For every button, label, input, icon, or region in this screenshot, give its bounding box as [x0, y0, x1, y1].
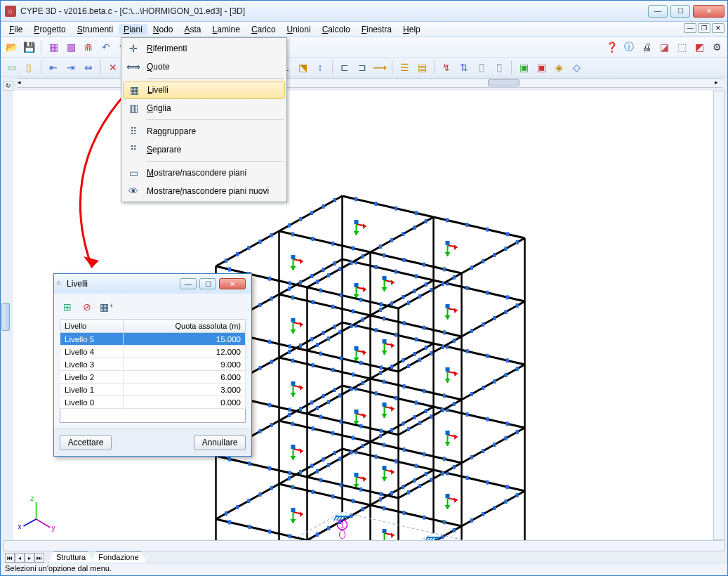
- box-icon[interactable]: ◪: [656, 39, 672, 55]
- tool-icon[interactable]: ▯: [21, 60, 37, 75]
- tab-fondazione[interactable]: Fondazione: [91, 551, 147, 563]
- tab-nav-first[interactable]: ⏮: [5, 553, 15, 563]
- col-level[interactable]: Livello: [60, 320, 124, 333]
- accept-button[interactable]: Accettare: [60, 435, 112, 450]
- menu-lamine[interactable]: Lamine: [207, 23, 246, 36]
- tool-icon[interactable]: ⇅: [456, 60, 472, 75]
- table-row[interactable]: Livello 39.000: [60, 358, 246, 371]
- tool-icon[interactable]: ⇥: [63, 60, 79, 75]
- svg-rect-197: [516, 367, 519, 371]
- print-icon[interactable]: 🖨: [639, 39, 654, 55]
- menu-finestra[interactable]: Finestra: [356, 23, 397, 36]
- save-icon[interactable]: 💾: [21, 39, 37, 55]
- dialog-maximize-button[interactable]: ☐: [199, 278, 216, 289]
- mdi-restore-button[interactable]: ❐: [698, 23, 710, 33]
- table-row[interactable]: Livello 00.000: [60, 396, 246, 409]
- dialog-minimize-button[interactable]: —: [180, 278, 197, 289]
- menu-carico[interactable]: Carico: [246, 23, 282, 36]
- tool-icon[interactable]: ⊐: [355, 60, 370, 75]
- tool-icon[interactable]: ▩: [63, 39, 79, 55]
- side-panel-handle[interactable]: [1, 303, 10, 331]
- tool-icon[interactable]: ▣: [516, 60, 531, 75]
- add-level-icon[interactable]: ⊞: [60, 299, 75, 315]
- help-icon[interactable]: ❓: [604, 39, 619, 55]
- menu-item-separare[interactable]: ⠛Separare: [123, 140, 285, 159]
- tool-icon[interactable]: ◇: [569, 60, 584, 75]
- svg-marker-235: [445, 379, 451, 383]
- settings-icon[interactable]: ⚙: [709, 39, 724, 55]
- viewport-refresh-button[interactable]: ↻: [4, 81, 13, 91]
- tool-icon[interactable]: ⇔: [81, 60, 96, 75]
- menu-asta[interactable]: Asta: [179, 23, 207, 36]
- grid-icon: ▥: [124, 100, 143, 116]
- svg-rect-198: [505, 373, 508, 377]
- tool-icon[interactable]: ☰: [397, 60, 412, 75]
- status-bar: Selezioni un'opzione dal menu.: [1, 563, 727, 575]
- menu-item-mostrare-nascondere-piani-nuovi[interactable]: 👁Mostrare/nascondere piani nuovi: [123, 182, 285, 200]
- mdi-close-button[interactable]: ✕: [712, 23, 724, 33]
- cube-icon[interactable]: ⬚: [674, 39, 689, 55]
- tab-struttura[interactable]: Struttura: [48, 551, 93, 563]
- tool-icon[interactable]: ⟿: [372, 60, 388, 75]
- tool-icon[interactable]: ▤: [414, 60, 430, 75]
- magnet-icon[interactable]: ⋒: [81, 39, 96, 55]
- tool-icon[interactable]: ⬔: [295, 60, 310, 75]
- tool-icon[interactable]: ⊏: [337, 60, 352, 75]
- open-icon[interactable]: 📂: [4, 39, 19, 55]
- menu-item-quote[interactable]: ⟺Quote: [123, 58, 285, 76]
- levels-table[interactable]: Livello Quota assoluta (m) Livello 515.0…: [60, 319, 246, 409]
- menu-item-livelli[interactable]: ▦Livelli: [123, 81, 285, 99]
- table-row[interactable]: Livello 412.000: [60, 346, 246, 358]
- tool-icon[interactable]: ▭: [4, 60, 19, 75]
- svg-rect-361: [418, 294, 421, 299]
- menu-strumenti[interactable]: Strumenti: [72, 23, 119, 36]
- menu-item-mostrare-nascondere-piani[interactable]: ▭Mostrare/nascondere piani: [123, 164, 285, 182]
- menu-piani[interactable]: Piani: [119, 24, 147, 35]
- scroll-thumb[interactable]: [488, 79, 519, 86]
- tool-icon[interactable]: ◩: [691, 39, 707, 55]
- info-icon[interactable]: ⓘ: [621, 39, 637, 55]
- minimize-button[interactable]: —: [648, 5, 668, 18]
- menu-item-griglia[interactable]: ▥Griglia: [123, 99, 285, 117]
- mdi-minimize-button[interactable]: —: [684, 23, 696, 33]
- tab-nav-last[interactable]: ⏭: [34, 553, 44, 563]
- tool-icon[interactable]: ▣: [534, 60, 549, 75]
- tab-nav-prev[interactable]: ◂: [15, 553, 25, 563]
- dialog-close-button[interactable]: ✕: [219, 278, 246, 289]
- tool-icon[interactable]: ↯: [439, 60, 454, 75]
- svg-rect-45: [470, 518, 473, 523]
- menu-help[interactable]: Help: [397, 23, 426, 36]
- tool-icon[interactable]: ↕: [312, 60, 328, 75]
- menu-nodo[interactable]: Nodo: [147, 23, 179, 36]
- menu-progetto[interactable]: Progetto: [28, 23, 71, 36]
- menu-calcolo[interactable]: Calcolo: [317, 23, 356, 36]
- add-grid-icon[interactable]: ▦⁺: [99, 299, 114, 315]
- tool-icon[interactable]: ◈: [551, 60, 567, 75]
- tool-icon[interactable]: ▦: [46, 39, 61, 55]
- tool-icon[interactable]: ⌷: [474, 60, 489, 75]
- table-row[interactable]: Livello 13.000: [60, 384, 246, 396]
- menu-item-riferimenti[interactable]: ✛Riferimenti: [123, 39, 285, 58]
- table-row[interactable]: Livello 515.000: [60, 333, 246, 346]
- svg-rect-375: [383, 254, 385, 258]
- maximize-button[interactable]: ☐: [670, 5, 690, 18]
- menu-item-raggruppare[interactable]: ⠿Raggruppare: [123, 122, 285, 140]
- menu-unioni[interactable]: Unioni: [282, 23, 317, 36]
- close-button[interactable]: ✕: [693, 5, 724, 18]
- svg-marker-231: [363, 350, 366, 355]
- svg-rect-274: [316, 343, 319, 347]
- col-quota[interactable]: Quota assoluta (m): [124, 320, 246, 333]
- menu-file[interactable]: File: [4, 23, 28, 36]
- tab-nav-next[interactable]: ▸: [25, 553, 34, 563]
- undo-icon[interactable]: ↶: [98, 39, 114, 55]
- svg-rect-345: [402, 232, 404, 236]
- svg-rect-143: [423, 452, 425, 457]
- vertical-scrollbar[interactable]: [713, 91, 724, 540]
- delete-icon[interactable]: ✕: [105, 60, 121, 75]
- tool-icon[interactable]: ⌷: [491, 60, 507, 75]
- delete-level-icon[interactable]: ⊘: [79, 299, 95, 315]
- tool-icon[interactable]: ⇤: [46, 60, 61, 75]
- table-row[interactable]: Livello 26.000: [60, 371, 246, 384]
- cancel-button[interactable]: Annullare: [194, 435, 246, 450]
- svg-rect-178: [322, 331, 325, 335]
